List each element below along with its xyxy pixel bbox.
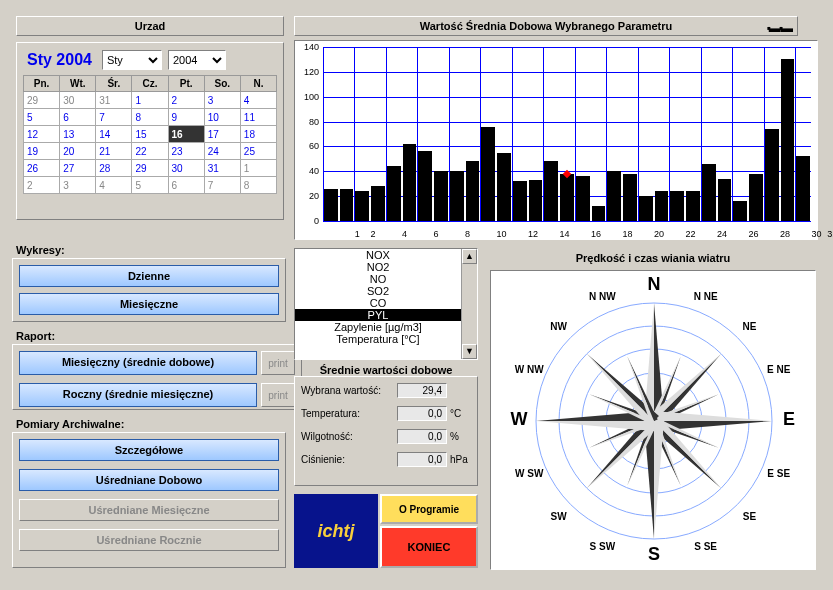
chart-bar [655,191,669,221]
header-left-title: Urzad [16,16,284,36]
year-select[interactable]: 2004 [168,50,226,70]
chart-bar [592,206,606,221]
calendar-day[interactable]: 7 [96,109,132,126]
chart-bar [371,186,385,221]
parameter-listbox[interactable]: NOXNO2NOSO2COPYLZapylenie [µg/m3]Tempera… [294,248,478,360]
calendar-day[interactable]: 1 [132,92,168,109]
list-item[interactable]: Zapylenie [µg/m3] [295,321,461,333]
calendar-day[interactable]: 19 [24,143,60,160]
compass-dir-label: E NE [767,364,791,375]
print-button-2[interactable]: print [261,383,295,407]
month-select[interactable]: Sty [102,50,162,70]
scroll-up-icon[interactable]: ▲ [462,249,477,264]
calendar-day[interactable]: 18 [240,126,276,143]
average-value: 0,0 [397,406,447,421]
list-item[interactable]: NO [295,273,461,285]
calendar-day[interactable]: 23 [168,143,204,160]
averages-title: Średnie wartości dobowe [294,364,478,376]
usredniane-dobowo-button[interactable]: Uśredniane Dobowo [19,469,279,491]
list-item[interactable]: NO2 [295,261,461,273]
calendar-day[interactable]: 29 [24,92,60,109]
calendar-day[interactable]: 25 [240,143,276,160]
usredniane-mies-button[interactable]: Uśredniane Miesięczne [19,499,279,521]
x-tick-label: 6 [434,229,439,239]
calendar-day[interactable]: 30 [60,92,96,109]
calendar-day[interactable]: 29 [132,160,168,177]
calendar-day[interactable]: 16 [168,126,204,143]
szczegolowe-button[interactable]: Szczegółowe [19,439,279,461]
list-item[interactable]: NOX [295,249,461,261]
raport-group: Raport: Miesięczny (średnie dobowe) prin… [12,328,302,410]
calendar-day[interactable]: 9 [168,109,204,126]
dzienne-button[interactable]: Dzienne [19,265,279,287]
y-tick-label: 0 [295,216,319,226]
compass-dir-label: NE [743,321,757,332]
x-tick-label: 16 [591,229,601,239]
calendar-day[interactable]: 22 [132,143,168,160]
calendar-day[interactable]: 14 [96,126,132,143]
about-button[interactable]: O Programie [380,494,478,524]
list-item[interactable]: CO [295,297,461,309]
compass-dir-label: S SE [694,541,717,552]
chart-bar [576,176,590,221]
calendar-day[interactable]: 2 [24,177,60,194]
list-item[interactable]: Temperatura [°C] [295,333,461,345]
calendar-day[interactable]: 3 [204,92,240,109]
average-value: 29,4 [397,383,447,398]
calendar-day[interactable]: 3 [60,177,96,194]
calendar-day[interactable]: 7 [204,177,240,194]
exit-button[interactable]: KONIEC [380,526,478,568]
x-tick-label: 1 [355,229,360,239]
scroll-down-icon[interactable]: ▼ [462,344,477,359]
chart-bar [765,129,779,221]
calendar-day[interactable]: 2 [168,92,204,109]
calendar-day[interactable]: 10 [204,109,240,126]
calendar-day[interactable]: 4 [96,177,132,194]
calendar-day[interactable]: 24 [204,143,240,160]
compass-dir-label: E SE [767,468,790,479]
print-button-1[interactable]: print [261,351,295,375]
calendar-day[interactable]: 8 [240,177,276,194]
calendar-day[interactable]: 27 [60,160,96,177]
calendar-day[interactable]: 20 [60,143,96,160]
calendar-day[interactable]: 6 [60,109,96,126]
compass-title: Prędkość i czas wiania wiatru [490,252,816,264]
compass-dir-label: N [648,274,661,294]
x-tick-label: 22 [685,229,695,239]
calendar-day[interactable]: 11 [240,109,276,126]
calendar-day[interactable]: 5 [24,109,60,126]
x-tick-label: 18 [622,229,632,239]
usredniane-rocz-button[interactable]: Uśredniane Rocznie [19,529,279,551]
calendar-day[interactable]: 5 [132,177,168,194]
listbox-scrollbar[interactable]: ▲ ▼ [461,249,477,359]
chart-bar [639,196,653,221]
calendar-day[interactable]: 1 [240,160,276,177]
calendar-day[interactable]: 28 [96,160,132,177]
calendar-day[interactable]: 21 [96,143,132,160]
calendar-day[interactable]: 8 [132,109,168,126]
calendar-day-header: N. [240,76,276,92]
calendar-day[interactable]: 12 [24,126,60,143]
raport-mies-button[interactable]: Miesięczny (średnie dobowe) [19,351,257,375]
chart-bar [623,174,637,221]
calendar-day[interactable]: 15 [132,126,168,143]
calendar-day[interactable]: 31 [96,92,132,109]
calendar-day[interactable]: 26 [24,160,60,177]
x-tick-label: 4 [402,229,407,239]
calendar-day[interactable]: 6 [168,177,204,194]
x-tick-label: 20 [654,229,664,239]
calendar-day[interactable]: 30 [168,160,204,177]
miesieczne-button[interactable]: Miesięczne [19,293,279,315]
average-unit: hPa [447,454,471,465]
calendar-month-label: Sty 2004 [23,49,96,71]
chart-bar [324,189,338,221]
average-label: Wybrana wartość: [301,385,397,396]
calendar-day[interactable]: 13 [60,126,96,143]
list-item[interactable]: SO2 [295,285,461,297]
chart-bar [733,201,747,221]
calendar-day[interactable]: 31 [204,160,240,177]
list-item[interactable]: PYL [295,309,461,321]
calendar-day[interactable]: 17 [204,126,240,143]
calendar-day[interactable]: 4 [240,92,276,109]
raport-rocz-button[interactable]: Roczny (średnie miesięczne) [19,383,257,407]
